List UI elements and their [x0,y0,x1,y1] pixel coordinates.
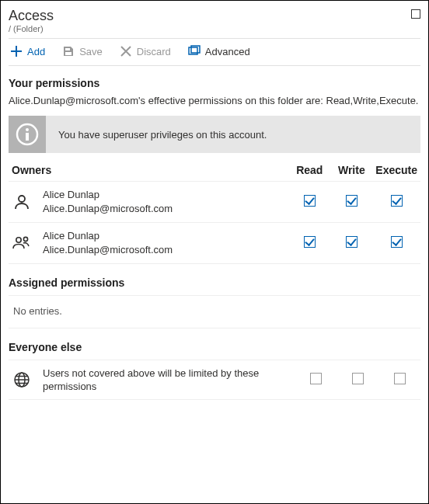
your-permissions-description: Alice.Dunlap@microsoft.com's effective p… [9,94,420,108]
assigned-empty: No entries. [9,296,420,328]
everyone-else-row: Users not covered above will be limited … [9,360,420,400]
svg-point-5 [19,196,25,202]
save-button[interactable]: Save [62,45,103,57]
read-checkbox[interactable] [304,236,316,248]
toolbar: Add Save Discard Advanced [9,39,420,66]
everyone-else-text: Users not covered above will be limited … [43,367,291,393]
group-icon [12,235,32,251]
info-banner-text: You have superuser privileges on this ac… [58,129,267,141]
user-icon [12,194,32,210]
panel-header: Access / (Folder) [9,7,420,39]
read-checkbox[interactable] [304,195,316,207]
execute-checkbox[interactable] [391,236,403,248]
advanced-icon [188,45,201,57]
owner-email: Alice.Dunlap@microsoft.com [43,202,173,216]
execute-checkbox[interactable] [391,195,403,207]
col-write: Write [330,158,372,182]
svg-point-7 [23,237,27,241]
col-owners: Owners [9,158,288,182]
everyone-else-table: Users not covered above will be limited … [9,360,420,400]
advanced-label: Advanced [205,46,250,57]
everyone-else-title: Everyone else [9,328,420,360]
table-row: Alice DunlapAlice.Dunlap@microsoft.com [9,223,420,264]
info-banner: You have superuser privileges on this ac… [9,116,420,153]
owners-table: Owners Read Write Execute Alice DunlapAl… [9,158,420,264]
col-execute: Execute [372,158,420,182]
globe-icon [12,371,32,388]
close-icon [120,45,132,57]
col-read: Read [288,158,330,182]
plus-icon [10,45,23,57]
owner-name: Alice Dunlap [43,229,173,243]
add-label: Add [27,46,45,57]
add-button[interactable]: Add [10,45,45,57]
everyone-read-checkbox[interactable] [310,373,322,384]
svg-rect-4 [26,133,29,141]
everyone-write-checkbox[interactable] [352,373,364,384]
owner-name: Alice Dunlap [43,188,173,202]
info-icon [9,116,46,153]
advanced-button[interactable]: Advanced [188,45,250,57]
assigned-permissions-title: Assigned permissions [9,264,420,296]
everyone-execute-checkbox[interactable] [394,373,406,384]
breadcrumb: / (Folder) [9,24,54,33]
svg-point-6 [16,238,21,242]
discard-button[interactable]: Discard [120,45,171,57]
owner-email: Alice.Dunlap@microsoft.com [43,243,173,257]
page-title: Access [9,7,54,24]
your-permissions-title: Your permissions [9,77,420,89]
write-checkbox[interactable] [346,195,358,207]
save-label: Save [79,46,103,57]
save-icon [62,45,75,57]
your-permissions-section: Your permissions Alice.Dunlap@microsoft.… [9,66,420,153]
discard-label: Discard [137,46,171,57]
svg-point-3 [26,128,29,131]
table-row: Alice DunlapAlice.Dunlap@microsoft.com [9,182,420,223]
write-checkbox[interactable] [346,236,358,248]
maximize-icon[interactable] [411,9,420,19]
